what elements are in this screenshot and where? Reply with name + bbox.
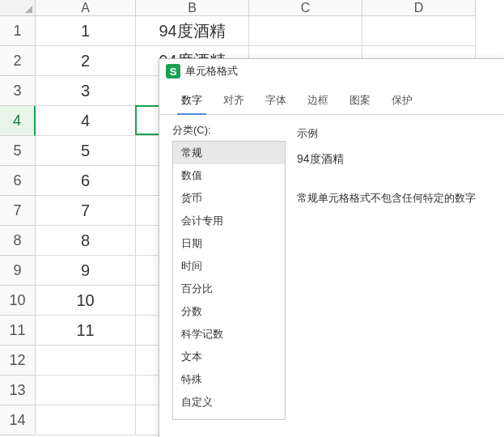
row-header[interactable]: 12 [0,346,36,375]
tab-图案[interactable]: 图案 [339,88,381,114]
cell[interactable] [36,346,136,375]
row-header[interactable]: 9 [0,256,36,286]
category-item[interactable]: 科学记数 [173,323,285,346]
preview-value: 94度酒精 [297,152,493,167]
cell[interactable]: 10 [36,286,136,316]
cell[interactable]: 7 [36,196,136,226]
cell[interactable]: 2 [36,46,136,76]
cell[interactable]: 6 [36,166,136,196]
cell[interactable]: 9 [36,256,136,286]
cell[interactable]: 94度酒精 [136,16,249,46]
row-headers: 1234567891011121314 [0,16,36,435]
cell[interactable] [362,16,476,46]
app-logo-icon: S [166,64,180,78]
preview-side: 示例 94度酒精 常规单元格格式不包含任何特定的数字 [297,123,493,420]
category-side: 分类(C): 常规数值货币会计专用日期时间百分比分数科学记数文本特殊自定义 [172,123,286,420]
row-header[interactable]: 5 [0,136,36,166]
row-header[interactable]: 8 [0,226,36,256]
category-item[interactable]: 货币 [173,187,285,210]
category-item[interactable]: 自定义 [173,391,285,414]
column-header-b[interactable]: B [136,0,249,16]
row-header[interactable]: 10 [0,286,36,316]
row-header[interactable]: 6 [0,166,36,196]
preview-description: 常规单元格格式不包含任何特定的数字 [297,191,493,206]
dialog-tabs: 数字对齐字体边框图案保护 [159,83,504,115]
row-header[interactable]: 13 [0,375,36,405]
cell[interactable]: 4 [36,106,136,136]
dialog-titlebar[interactable]: S 单元格格式 [159,59,504,83]
tab-对齐[interactable]: 对齐 [213,88,255,114]
cell[interactable]: 8 [36,226,136,256]
cell[interactable] [249,16,362,46]
category-item[interactable]: 特殊 [173,368,285,391]
row-header[interactable]: 7 [0,196,36,226]
column-headers: ABCD [36,0,476,16]
tab-数字[interactable]: 数字 [171,88,213,114]
column-header-a[interactable]: A [36,0,136,16]
table-row: 194度酒精 [36,16,476,46]
cell[interactable]: 5 [36,136,136,166]
dialog-body: 分类(C): 常规数值货币会计专用日期时间百分比分数科学记数文本特殊自定义 示例… [159,115,504,428]
row-header[interactable]: 4 [0,106,36,136]
column-header-d[interactable]: D [362,0,476,16]
category-list[interactable]: 常规数值货币会计专用日期时间百分比分数科学记数文本特殊自定义 [172,141,286,420]
row-header[interactable]: 14 [0,405,36,435]
category-item[interactable]: 数值 [173,164,285,187]
row-header[interactable]: 1 [0,16,36,46]
preview-label: 示例 [297,126,493,141]
tab-边框[interactable]: 边框 [297,88,339,114]
category-item[interactable]: 时间 [173,255,285,278]
category-item[interactable]: 日期 [173,232,285,255]
format-cells-dialog: S 单元格格式 数字对齐字体边框图案保护 分类(C): 常规数值货币会计专用日期… [159,58,504,437]
select-all-corner[interactable] [0,0,36,16]
cell[interactable]: 1 [36,16,136,46]
cell[interactable] [36,375,136,405]
tab-保护[interactable]: 保护 [381,88,423,114]
category-label: 分类(C): [172,123,286,138]
category-item[interactable]: 会计专用 [173,210,285,232]
category-item[interactable]: 常规 [173,142,285,164]
category-item[interactable]: 文本 [173,346,285,368]
row-header[interactable]: 3 [0,76,36,106]
tab-字体[interactable]: 字体 [255,88,297,114]
category-item[interactable]: 分数 [173,300,285,323]
row-header[interactable]: 11 [0,316,36,346]
cell[interactable] [36,405,136,435]
dialog-title: 单元格格式 [185,64,238,78]
row-header[interactable]: 2 [0,46,36,76]
cell[interactable]: 11 [36,316,136,346]
cell[interactable]: 3 [36,76,136,106]
category-item[interactable]: 百分比 [173,278,285,300]
column-header-c[interactable]: C [249,0,362,16]
